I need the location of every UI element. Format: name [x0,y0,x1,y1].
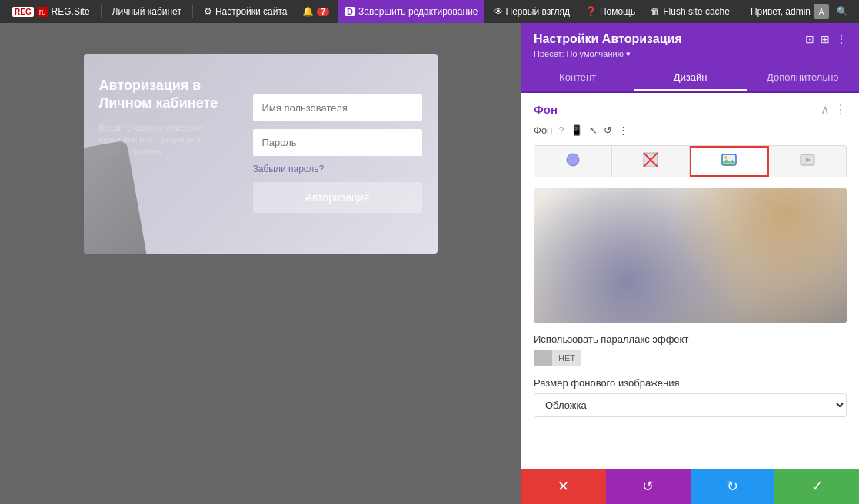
main-area: Авторизация в Личном кабинете Введите кр… [0,23,859,504]
site-settings-label: Настройки сайта [215,6,288,17]
personal-cabinet-label: Личный кабинет [112,6,181,17]
tab-content[interactable]: Контент [521,65,634,91]
personal-cabinet-item[interactable]: Личный кабинет [106,0,188,23]
section-title: Фон [534,103,558,116]
parallax-toggle[interactable]: НЕТ [534,350,581,366]
cursor-icon[interactable]: ↖ [589,124,598,136]
site-settings-item[interactable]: ⚙ Настройки сайта [198,0,294,23]
brand-label: REG.Site [52,6,90,17]
first-look-label: Первый взгляд [506,6,570,17]
flush-cache-label: Flush site cache [663,6,730,17]
reset-icon[interactable]: ↺ [604,124,612,136]
section-header: Фон ∧ ⋮ [534,102,847,117]
topbar-right: Привет, admin A 🔍 [751,4,853,19]
login-button[interactable]: Авторизация [253,182,422,213]
tab-btn-none[interactable] [612,146,690,177]
bg-controls-row: Фон ? 📱 ↖ ↺ ⋮ [534,124,847,136]
size-section: Размер фонового изображения Авто Обложка… [534,377,847,417]
flush-cache-item[interactable]: 🗑 Flush site cache [644,0,736,23]
redo-button[interactable]: ↻ [691,469,775,504]
finish-editing-label: Завершить редактирование [358,6,478,17]
svg-point-0 [567,154,579,166]
tab-btn-color[interactable] [534,146,612,177]
bg-label: Фон [534,124,552,136]
login-title: Авторизация в Личном кабинете [99,77,222,113]
separator-2 [192,5,193,18]
mobile-icon[interactable]: 📱 [571,124,583,136]
question-icon: ❓ [585,6,597,17]
preset-label[interactable]: Пресет: По умолчанию ▾ [534,49,847,59]
bell-icon: 🔔 [302,6,314,17]
gear-icon: ⚙ [204,6,212,17]
eye-icon: 👁 [494,6,503,17]
settings-header: Настройки Авторизация ⊡ ⊞ ⋮ Пресет: По у… [521,23,859,65]
help-item[interactable]: ❓ Помощь [579,0,641,23]
password-input[interactable] [253,129,422,156]
topbar: REG ru REG.Site Личный кабинет ⚙ Настрой… [0,0,859,23]
login-widget: Авторизация в Личном кабинете Введите кр… [84,54,438,254]
settings-title: Настройки Авторизация [534,32,682,46]
tab-btn-image[interactable] [690,146,770,177]
avatar[interactable]: A [814,4,829,19]
section-icons: ∧ ⋮ [821,102,847,117]
parallax-label: Использовать параллакс эффект [534,333,847,345]
color-fill-icon [565,152,581,171]
username-input[interactable] [253,94,422,121]
toggle-row: НЕТ [534,350,847,366]
tab-advanced[interactable]: Дополнительно [747,65,859,91]
section-more-icon[interactable]: ⋮ [834,102,847,117]
search-icon[interactable]: 🔍 [832,6,853,17]
collapse-icon[interactable]: ∧ [821,102,830,117]
reg-ru-badge: ru [37,7,48,17]
settings-body: Фон ∧ ⋮ Фон ? 📱 ↖ ↺ ⋮ [521,93,859,469]
parallax-section: Использовать параллакс эффект НЕТ [534,333,847,366]
settings-header-icons: ⊡ ⊞ ⋮ [805,33,847,45]
video-icon [800,152,815,171]
settings-panel: Настройки Авторизация ⊡ ⊞ ⋮ Пресет: По у… [521,23,859,504]
separator-1 [101,5,102,18]
settings-tabs: Контент Дизайн Дополнительно [521,65,859,93]
split-icon[interactable]: ⊞ [821,33,830,45]
brand-item[interactable]: REG ru REG.Site [6,0,96,23]
toggle-knob [534,350,552,366]
svg-point-5 [724,156,727,159]
fullscreen-icon[interactable]: ⊡ [805,33,814,45]
no-bg-icon [643,152,658,171]
tab-design[interactable]: Дизайн [634,65,746,91]
size-select-row: Авто Обложка Содержимое [534,393,847,417]
tab-buttons-row [534,145,847,177]
image-icon [721,152,737,171]
canvas-area: Авторизация в Личном кабинете Введите кр… [0,23,521,504]
action-bar: ✕ ↺ ↻ ✓ [521,469,859,504]
size-label: Размер фонового изображения [534,377,847,389]
preview-image-inner [534,188,847,323]
reg-logo: REG [12,7,34,17]
finish-editing-item[interactable]: D Завершить редактирование [338,0,484,23]
notifications-badge: 7 [317,8,329,16]
first-look-item[interactable]: 👁 Первый взгляд [488,0,576,23]
settings-header-top: Настройки Авторизация ⊡ ⊞ ⋮ [534,32,847,46]
trash-icon: 🗑 [651,6,660,17]
help-icon[interactable]: ? [558,124,564,136]
reset-button[interactable]: ↺ [606,469,691,504]
more-icon[interactable]: ⋮ [836,33,847,45]
size-select[interactable]: Авто Обложка Содержимое [534,393,847,417]
cancel-button[interactable]: ✕ [521,469,606,504]
preview-image [534,188,847,323]
login-right-panel: Забыли пароль? Авторизация [238,54,438,254]
confirm-button[interactable]: ✓ [774,469,859,504]
forgot-password-link[interactable]: Забыли пароль? [253,164,422,174]
greeting-label: Привет, admin [751,6,811,17]
divi-icon: D [345,7,355,16]
tab-btn-video[interactable] [769,146,846,177]
help-label: Помощь [600,6,635,17]
more-bg-icon[interactable]: ⋮ [618,124,628,136]
toggle-text: НЕТ [552,353,581,363]
notifications-item[interactable]: 🔔 7 [296,0,335,23]
